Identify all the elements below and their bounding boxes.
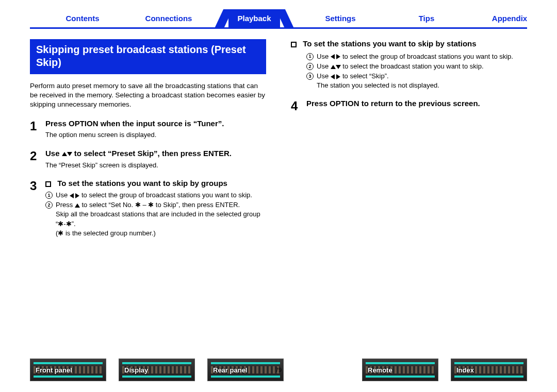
thumb-label: Index bbox=[456, 366, 474, 374]
tab-connections[interactable]: Connections bbox=[140, 9, 197, 27]
text: Press bbox=[56, 201, 75, 209]
step-2: 2 Use to select “Preset Skip”, then pres… bbox=[30, 149, 266, 171]
text: To set the stations you want to skip by … bbox=[57, 179, 227, 188]
circled-number-icon: 3 bbox=[306, 73, 314, 80]
thumb-label: Display bbox=[124, 366, 148, 374]
thumb-rear-panel[interactable]: Rear panel bbox=[207, 359, 284, 381]
section-title: Skipping preset broadcast stations (Pres… bbox=[30, 39, 266, 74]
step-number: 2 bbox=[30, 149, 45, 162]
text: to select the group of broadcast station… bbox=[81, 191, 252, 199]
step-3: 3 To set the stations you want to skip b… bbox=[30, 179, 266, 238]
step-4: 4 Press OPTION to return to the previous… bbox=[291, 99, 527, 112]
thumb-display[interactable]: Display bbox=[119, 359, 195, 381]
text: To set the stations you want to skip by … bbox=[303, 39, 476, 48]
tab-settings[interactable]: Settings bbox=[315, 9, 366, 27]
thumb-label: Remote bbox=[368, 366, 392, 374]
circled-number-icon: 1 bbox=[45, 192, 53, 199]
circled-number-icon: 2 bbox=[306, 63, 314, 70]
text: The station you selected is not displaye… bbox=[317, 81, 439, 89]
step-subtext: The “Preset Skip” screen is displayed. bbox=[45, 161, 266, 170]
step-1: 1 Press OPTION when the input source is … bbox=[30, 119, 266, 141]
circled-number-icon: 2 bbox=[45, 201, 53, 209]
substep: 2 Use to select the broadcast station yo… bbox=[306, 62, 527, 71]
right-arrow-icon bbox=[75, 193, 79, 198]
tab-playback[interactable]: Playback bbox=[228, 9, 280, 27]
left-arrow-icon bbox=[70, 193, 74, 198]
page-footer: Front panel Display Rear panel 79 Remote… bbox=[30, 358, 527, 382]
left-column: Skipping preset broadcast stations (Pres… bbox=[30, 39, 266, 247]
thumb-front-panel[interactable]: Front panel bbox=[30, 359, 106, 381]
text: Skip all the broadcast stations that are… bbox=[56, 210, 260, 227]
down-arrow-icon bbox=[336, 65, 341, 69]
text: to select “Set No. ✱ – ✱ to Skip”, then … bbox=[81, 201, 240, 209]
text: Use bbox=[317, 62, 331, 70]
thumb-label: Rear panel bbox=[213, 366, 247, 374]
left-arrow-icon bbox=[331, 54, 335, 59]
square-bullet-icon bbox=[45, 181, 51, 187]
substep: 1 Use to select the group of broadcast s… bbox=[45, 191, 266, 200]
tab-tips[interactable]: Tips bbox=[401, 9, 452, 27]
text: to select “Preset Skip”, then press ENTE… bbox=[74, 149, 232, 158]
thumb-index[interactable]: Index bbox=[451, 359, 527, 381]
text: (✱ is the selected group number.) bbox=[56, 229, 156, 237]
substep: 3 Use to select “Skip”. The station you … bbox=[306, 72, 527, 90]
substep: 2 Press to select “Set No. ✱ – ✱ to Skip… bbox=[45, 200, 266, 238]
right-arrow-icon bbox=[336, 74, 340, 79]
step-number: 3 bbox=[30, 179, 45, 192]
thumb-remote[interactable]: Remote bbox=[362, 359, 438, 381]
page-number: 79 bbox=[275, 367, 282, 373]
step-subtext: The option menu screen is displayed. bbox=[45, 130, 266, 140]
step-number: 4 bbox=[291, 99, 306, 112]
circled-number-icon: 1 bbox=[306, 53, 314, 60]
text: Use bbox=[317, 72, 331, 80]
text: Use bbox=[56, 191, 70, 199]
step-number: 1 bbox=[30, 119, 45, 132]
text: Use bbox=[317, 53, 331, 60]
up-arrow-icon bbox=[331, 65, 336, 69]
down-arrow-icon bbox=[67, 152, 72, 156]
text: to select the broadcast station you want… bbox=[342, 62, 483, 70]
step-heading: Press OPTION to return to the previous s… bbox=[306, 99, 527, 109]
left-arrow-icon bbox=[331, 74, 335, 79]
text: Use bbox=[45, 149, 62, 158]
square-bullet-icon bbox=[291, 42, 297, 47]
thumb-label: Front panel bbox=[36, 366, 72, 374]
step-heading: Press OPTION when the input source is “T… bbox=[45, 119, 266, 129]
step-heading: Use to select “Preset Skip”, then press … bbox=[45, 149, 266, 159]
up-arrow-icon bbox=[75, 203, 80, 208]
text: to select the group of broadcast station… bbox=[342, 53, 513, 60]
right-column: To set the stations you want to skip by … bbox=[291, 39, 527, 247]
tab-contents[interactable]: Contents bbox=[57, 9, 108, 27]
group-heading: To set the stations you want to skip by … bbox=[291, 39, 527, 49]
intro-text: Perform auto preset memory to save all t… bbox=[30, 81, 266, 110]
text: to select “Skip”. bbox=[342, 72, 389, 80]
tab-appendix[interactable]: Appendix bbox=[484, 9, 535, 27]
right-arrow-icon bbox=[336, 54, 340, 59]
substep: 1 Use to select the group of broadcast s… bbox=[306, 52, 527, 61]
step-heading: To set the stations you want to skip by … bbox=[45, 179, 266, 189]
top-tabs: Contents Connections Playback Settings T… bbox=[30, 9, 527, 29]
up-arrow-icon bbox=[62, 152, 67, 156]
